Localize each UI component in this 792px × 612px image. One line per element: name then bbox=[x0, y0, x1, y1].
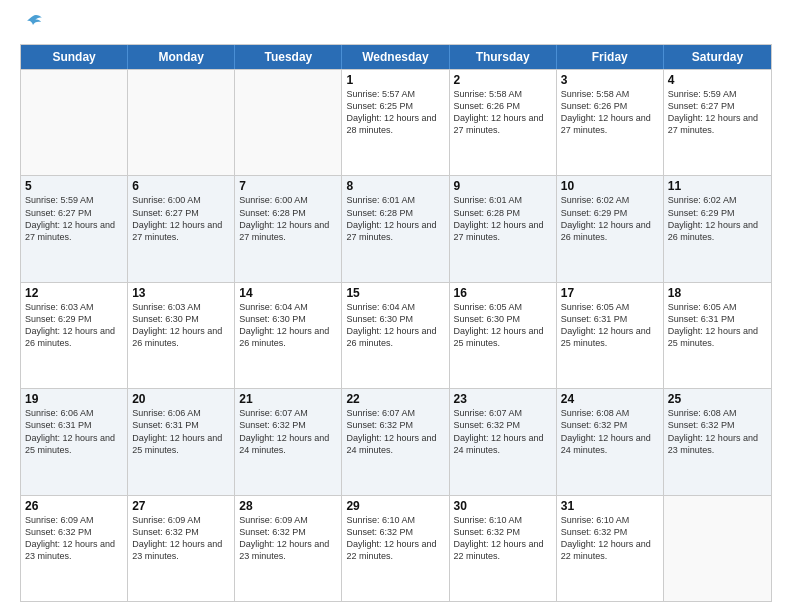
day-cell-15: 15Sunrise: 6:04 AMSunset: 6:30 PMDayligh… bbox=[342, 283, 449, 388]
day-number: 8 bbox=[346, 179, 444, 193]
week-row-4: 19Sunrise: 6:06 AMSunset: 6:31 PMDayligh… bbox=[21, 388, 771, 494]
day-info: Sunrise: 6:05 AMSunset: 6:31 PMDaylight:… bbox=[561, 301, 659, 350]
day-info: Sunrise: 6:05 AMSunset: 6:31 PMDaylight:… bbox=[668, 301, 767, 350]
header-day-tuesday: Tuesday bbox=[235, 45, 342, 69]
day-cell-7: 7Sunrise: 6:00 AMSunset: 6:28 PMDaylight… bbox=[235, 176, 342, 281]
day-cell-6: 6Sunrise: 6:00 AMSunset: 6:27 PMDaylight… bbox=[128, 176, 235, 281]
header bbox=[20, 16, 772, 34]
day-info: Sunrise: 6:10 AMSunset: 6:32 PMDaylight:… bbox=[346, 514, 444, 563]
day-cell-12: 12Sunrise: 6:03 AMSunset: 6:29 PMDayligh… bbox=[21, 283, 128, 388]
day-info: Sunrise: 6:06 AMSunset: 6:31 PMDaylight:… bbox=[25, 407, 123, 456]
day-cell-1: 1Sunrise: 5:57 AMSunset: 6:25 PMDaylight… bbox=[342, 70, 449, 175]
day-cell-5: 5Sunrise: 5:59 AMSunset: 6:27 PMDaylight… bbox=[21, 176, 128, 281]
day-number: 21 bbox=[239, 392, 337, 406]
day-info: Sunrise: 6:06 AMSunset: 6:31 PMDaylight:… bbox=[132, 407, 230, 456]
day-info: Sunrise: 6:09 AMSunset: 6:32 PMDaylight:… bbox=[132, 514, 230, 563]
day-number: 23 bbox=[454, 392, 552, 406]
day-number: 27 bbox=[132, 499, 230, 513]
day-number: 13 bbox=[132, 286, 230, 300]
day-cell-3: 3Sunrise: 5:58 AMSunset: 6:26 PMDaylight… bbox=[557, 70, 664, 175]
day-cell-31: 31Sunrise: 6:10 AMSunset: 6:32 PMDayligh… bbox=[557, 496, 664, 601]
calendar-header: SundayMondayTuesdayWednesdayThursdayFrid… bbox=[21, 45, 771, 69]
day-info: Sunrise: 6:04 AMSunset: 6:30 PMDaylight:… bbox=[346, 301, 444, 350]
day-info: Sunrise: 6:07 AMSunset: 6:32 PMDaylight:… bbox=[454, 407, 552, 456]
day-cell-13: 13Sunrise: 6:03 AMSunset: 6:30 PMDayligh… bbox=[128, 283, 235, 388]
day-info: Sunrise: 6:08 AMSunset: 6:32 PMDaylight:… bbox=[561, 407, 659, 456]
day-number: 17 bbox=[561, 286, 659, 300]
day-info: Sunrise: 6:00 AMSunset: 6:27 PMDaylight:… bbox=[132, 194, 230, 243]
day-cell-2: 2Sunrise: 5:58 AMSunset: 6:26 PMDaylight… bbox=[450, 70, 557, 175]
day-info: Sunrise: 6:01 AMSunset: 6:28 PMDaylight:… bbox=[346, 194, 444, 243]
week-row-5: 26Sunrise: 6:09 AMSunset: 6:32 PMDayligh… bbox=[21, 495, 771, 601]
week-row-3: 12Sunrise: 6:03 AMSunset: 6:29 PMDayligh… bbox=[21, 282, 771, 388]
empty-cell bbox=[21, 70, 128, 175]
day-number: 1 bbox=[346, 73, 444, 87]
day-number: 29 bbox=[346, 499, 444, 513]
day-number: 31 bbox=[561, 499, 659, 513]
day-cell-14: 14Sunrise: 6:04 AMSunset: 6:30 PMDayligh… bbox=[235, 283, 342, 388]
day-info: Sunrise: 6:04 AMSunset: 6:30 PMDaylight:… bbox=[239, 301, 337, 350]
day-info: Sunrise: 5:58 AMSunset: 6:26 PMDaylight:… bbox=[454, 88, 552, 137]
day-cell-8: 8Sunrise: 6:01 AMSunset: 6:28 PMDaylight… bbox=[342, 176, 449, 281]
day-info: Sunrise: 6:10 AMSunset: 6:32 PMDaylight:… bbox=[454, 514, 552, 563]
day-info: Sunrise: 6:02 AMSunset: 6:29 PMDaylight:… bbox=[561, 194, 659, 243]
logo-bird-icon bbox=[22, 12, 44, 34]
logo bbox=[20, 16, 44, 34]
day-cell-24: 24Sunrise: 6:08 AMSunset: 6:32 PMDayligh… bbox=[557, 389, 664, 494]
header-day-wednesday: Wednesday bbox=[342, 45, 449, 69]
header-day-friday: Friday bbox=[557, 45, 664, 69]
day-cell-27: 27Sunrise: 6:09 AMSunset: 6:32 PMDayligh… bbox=[128, 496, 235, 601]
empty-cell bbox=[235, 70, 342, 175]
day-cell-16: 16Sunrise: 6:05 AMSunset: 6:30 PMDayligh… bbox=[450, 283, 557, 388]
day-number: 9 bbox=[454, 179, 552, 193]
day-cell-17: 17Sunrise: 6:05 AMSunset: 6:31 PMDayligh… bbox=[557, 283, 664, 388]
day-cell-9: 9Sunrise: 6:01 AMSunset: 6:28 PMDaylight… bbox=[450, 176, 557, 281]
day-number: 28 bbox=[239, 499, 337, 513]
day-number: 12 bbox=[25, 286, 123, 300]
day-info: Sunrise: 5:58 AMSunset: 6:26 PMDaylight:… bbox=[561, 88, 659, 137]
day-cell-11: 11Sunrise: 6:02 AMSunset: 6:29 PMDayligh… bbox=[664, 176, 771, 281]
day-cell-25: 25Sunrise: 6:08 AMSunset: 6:32 PMDayligh… bbox=[664, 389, 771, 494]
day-info: Sunrise: 6:03 AMSunset: 6:29 PMDaylight:… bbox=[25, 301, 123, 350]
day-cell-19: 19Sunrise: 6:06 AMSunset: 6:31 PMDayligh… bbox=[21, 389, 128, 494]
day-info: Sunrise: 6:07 AMSunset: 6:32 PMDaylight:… bbox=[346, 407, 444, 456]
day-info: Sunrise: 6:03 AMSunset: 6:30 PMDaylight:… bbox=[132, 301, 230, 350]
day-number: 24 bbox=[561, 392, 659, 406]
day-cell-30: 30Sunrise: 6:10 AMSunset: 6:32 PMDayligh… bbox=[450, 496, 557, 601]
day-cell-4: 4Sunrise: 5:59 AMSunset: 6:27 PMDaylight… bbox=[664, 70, 771, 175]
day-number: 19 bbox=[25, 392, 123, 406]
day-number: 15 bbox=[346, 286, 444, 300]
day-info: Sunrise: 6:05 AMSunset: 6:30 PMDaylight:… bbox=[454, 301, 552, 350]
day-info: Sunrise: 6:09 AMSunset: 6:32 PMDaylight:… bbox=[239, 514, 337, 563]
day-info: Sunrise: 5:59 AMSunset: 6:27 PMDaylight:… bbox=[25, 194, 123, 243]
empty-cell bbox=[664, 496, 771, 601]
day-number: 16 bbox=[454, 286, 552, 300]
day-cell-23: 23Sunrise: 6:07 AMSunset: 6:32 PMDayligh… bbox=[450, 389, 557, 494]
day-number: 20 bbox=[132, 392, 230, 406]
day-number: 25 bbox=[668, 392, 767, 406]
day-number: 2 bbox=[454, 73, 552, 87]
header-day-saturday: Saturday bbox=[664, 45, 771, 69]
day-number: 30 bbox=[454, 499, 552, 513]
day-cell-29: 29Sunrise: 6:10 AMSunset: 6:32 PMDayligh… bbox=[342, 496, 449, 601]
header-day-thursday: Thursday bbox=[450, 45, 557, 69]
day-number: 22 bbox=[346, 392, 444, 406]
day-info: Sunrise: 6:08 AMSunset: 6:32 PMDaylight:… bbox=[668, 407, 767, 456]
empty-cell bbox=[128, 70, 235, 175]
day-cell-22: 22Sunrise: 6:07 AMSunset: 6:32 PMDayligh… bbox=[342, 389, 449, 494]
header-day-sunday: Sunday bbox=[21, 45, 128, 69]
day-number: 7 bbox=[239, 179, 337, 193]
day-number: 3 bbox=[561, 73, 659, 87]
day-number: 26 bbox=[25, 499, 123, 513]
day-number: 18 bbox=[668, 286, 767, 300]
day-info: Sunrise: 6:09 AMSunset: 6:32 PMDaylight:… bbox=[25, 514, 123, 563]
page: SundayMondayTuesdayWednesdayThursdayFrid… bbox=[0, 0, 792, 612]
day-info: Sunrise: 5:57 AMSunset: 6:25 PMDaylight:… bbox=[346, 88, 444, 137]
header-day-monday: Monday bbox=[128, 45, 235, 69]
day-info: Sunrise: 6:07 AMSunset: 6:32 PMDaylight:… bbox=[239, 407, 337, 456]
day-cell-28: 28Sunrise: 6:09 AMSunset: 6:32 PMDayligh… bbox=[235, 496, 342, 601]
week-row-1: 1Sunrise: 5:57 AMSunset: 6:25 PMDaylight… bbox=[21, 69, 771, 175]
day-info: Sunrise: 6:00 AMSunset: 6:28 PMDaylight:… bbox=[239, 194, 337, 243]
day-cell-20: 20Sunrise: 6:06 AMSunset: 6:31 PMDayligh… bbox=[128, 389, 235, 494]
day-cell-18: 18Sunrise: 6:05 AMSunset: 6:31 PMDayligh… bbox=[664, 283, 771, 388]
